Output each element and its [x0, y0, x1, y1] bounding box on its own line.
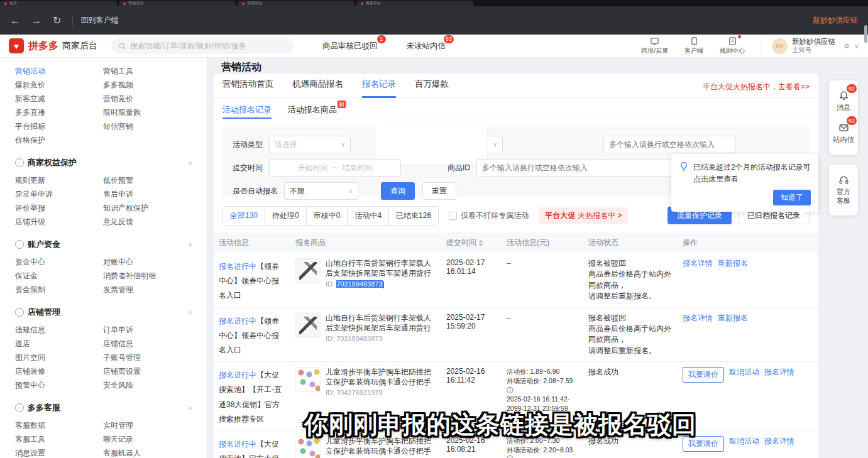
- client-app-link[interactable]: 客户端: [684, 36, 703, 55]
- gear-icon[interactable]: ⚙: [843, 42, 850, 50]
- collapse-icon[interactable]: ∧: [188, 241, 192, 248]
- enrollment-status-link[interactable]: 报名进行中: [219, 317, 256, 325]
- action-取消活动[interactable]: 取消活动: [729, 367, 759, 378]
- sidebar-item-对账中心[interactable]: 对账中心: [103, 257, 177, 268]
- sidebar-item-店铺信息[interactable]: 店铺信息: [103, 339, 177, 349]
- sidebar-item-爆款竞价[interactable]: 爆款竞价: [15, 80, 89, 90]
- sidebar-item-异常单申诉[interactable]: 异常单申诉: [15, 189, 89, 200]
- browser-tab-3[interactable]: 商家后台: [356, 1, 473, 6]
- sidebar-item-退店[interactable]: 退店: [15, 339, 89, 349]
- product-thumbnail[interactable]: [295, 367, 321, 392]
- sidebar-item-评价举报[interactable]: 评价举报: [15, 203, 89, 214]
- sidebar-item-消息设置[interactable]: 消息设置: [15, 448, 89, 458]
- action-报名详情[interactable]: 报名详情: [683, 258, 713, 269]
- auto-enroll-select[interactable]: 不限 ∨: [284, 182, 358, 200]
- pdd-logo[interactable]: ♥: [9, 38, 24, 53]
- action-我要调价[interactable]: 我要调价: [683, 367, 724, 383]
- product-title[interactable]: 山地自行车后货架钢行李架载人后支架快拆尾架后车架通用货行李装备: [326, 258, 436, 279]
- sidebar-group-title[interactable]: ◦账户资金∧: [15, 239, 192, 250]
- sidebar-item-资金中心[interactable]: 资金中心: [15, 257, 89, 268]
- sidebar-item-多多直播[interactable]: 多多直播: [15, 107, 89, 118]
- sidebar-item-营销竞价[interactable]: 营销竞价: [103, 94, 177, 104]
- exclusive-filter[interactable]: 仅看不打烊专属活动: [449, 210, 529, 221]
- sidebar-item-店铺装修[interactable]: 店铺装修: [15, 366, 89, 377]
- sidebar-item-价格保护[interactable]: 价格保护: [15, 135, 89, 146]
- hot-campaign-badge[interactable]: 平台大促火热报名中 >: [539, 207, 628, 224]
- scrollbar-thumb[interactable]: [864, 25, 867, 43]
- sidebar-item-规则更新[interactable]: 规则更新: [15, 175, 89, 186]
- product-thumbnail[interactable]: [295, 313, 321, 338]
- sidebar-item-多多视频[interactable]: 多多视频: [103, 80, 177, 90]
- sidebar-item-营销工具[interactable]: 营销工具: [103, 66, 177, 77]
- search-button[interactable]: 查询: [381, 182, 415, 200]
- sidebar-item-资金限制[interactable]: 资金限制: [15, 285, 89, 295]
- enrollment-status-link[interactable]: 报名进行中: [219, 371, 256, 379]
- reset-button[interactable]: 重置: [422, 182, 456, 200]
- product-title[interactable]: 儿童滑步平衡车护胸车把防撞把立保护套装饰玩偶卡通公仔把手套: [326, 367, 436, 388]
- sidebar-item-营销活动[interactable]: 营销活动: [15, 66, 89, 77]
- crossborder-link[interactable]: 跨境/买菜: [641, 36, 668, 55]
- sidebar-item-售后申诉[interactable]: 售后申诉: [103, 189, 177, 200]
- action-报名详情[interactable]: 报名详情: [764, 436, 794, 447]
- subtab-活动报名商品[interactable]: 活动报名商品新: [288, 104, 337, 119]
- collapse-icon[interactable]: ∧: [188, 160, 192, 166]
- enrollment-status-link[interactable]: 报名进行中: [219, 262, 256, 271]
- sort-icon[interactable]: [478, 240, 483, 246]
- sidebar-item-意见反馈[interactable]: 意见反馈: [103, 217, 177, 227]
- search-input[interactable]: 搜索功能/订单/课程/规则/帮助/服务: [111, 38, 294, 54]
- sidebar-item-店铺页设置[interactable]: 店铺页设置: [103, 366, 177, 377]
- account-menu[interactable]: 新妙 新妙妙供应链 主账号 ⚙ ∨: [760, 37, 859, 55]
- sidebar-item-图片空间[interactable]: 图片空间: [15, 352, 89, 363]
- tab-百万爆款[interactable]: 百万爆款: [415, 79, 449, 98]
- sidebar-item-聊天记录[interactable]: 聊天记录: [103, 434, 177, 445]
- sidebar-item-订单申诉[interactable]: 订单申诉: [103, 325, 177, 335]
- official-support-button[interactable]: 官方 客服: [829, 170, 858, 210]
- rule-center-link[interactable]: 规则中心: [720, 36, 745, 55]
- action-取消活动[interactable]: 取消活动: [729, 436, 759, 447]
- sidebar-item-平台招标[interactable]: 平台招标: [15, 121, 89, 132]
- sidebar-group-title[interactable]: ◦店铺管理∧: [15, 307, 192, 318]
- sidebar-item-安全风险[interactable]: 安全风险: [103, 380, 177, 391]
- tooltip-confirm-button[interactable]: 知道了: [773, 190, 811, 205]
- sidebar-item-知识产权保护[interactable]: 知识产权保护: [103, 203, 177, 214]
- subtab-活动报名记录[interactable]: 活动报名记录: [222, 104, 272, 119]
- action-报名详情[interactable]: 报名详情: [764, 367, 794, 378]
- sidebar-item-客服机器人[interactable]: 客服机器人: [103, 448, 177, 458]
- reload-icon[interactable]: ↻: [53, 14, 61, 26]
- activity-id-input[interactable]: [603, 136, 735, 153]
- back-icon[interactable]: ←: [10, 15, 20, 26]
- sidebar-item-低价预警[interactable]: 低价预警: [103, 175, 177, 186]
- action-重新报名[interactable]: 重新报名: [718, 313, 748, 324]
- tab-报名记录[interactable]: 报名记录: [362, 79, 396, 98]
- promo-link[interactable]: 平台大促火热报名中，去看看>>: [703, 82, 810, 92]
- sidebar-item-违规信息[interactable]: 违规信息: [15, 325, 89, 335]
- chip-全部130[interactable]: 全部130: [223, 207, 265, 225]
- collapse-icon[interactable]: ∧: [188, 309, 192, 315]
- chip-待处理0[interactable]: 待处理0: [265, 207, 307, 225]
- collapse-icon[interactable]: ∧: [188, 405, 192, 411]
- sidebar-item-店铺升级[interactable]: 店铺升级: [15, 217, 89, 227]
- browser-tab-2[interactable]: 营销活动: [238, 1, 354, 6]
- sidebar-group-title[interactable]: ◦多多客服∧: [15, 402, 192, 413]
- browser-tab-0[interactable]: 首页: [0, 1, 117, 6]
- browser-tab-1[interactable]: 营销活动: [119, 1, 236, 6]
- sidebar-group-title[interactable]: ◦商家权益保护∧: [15, 157, 192, 168]
- chip-已结束126[interactable]: 已结束126: [389, 207, 438, 225]
- sidebar-item-子账号管理[interactable]: 子账号管理: [103, 352, 177, 363]
- sidebar-item-新客立减[interactable]: 新客立减: [15, 94, 89, 104]
- product-id-input[interactable]: [476, 159, 684, 177]
- sidebar-item-消费者补偿明细[interactable]: 消费者补偿明细: [103, 271, 177, 281]
- review-rejected-link[interactable]: 商品审核已驳回 1: [322, 41, 378, 52]
- sidebar-item-发票管理[interactable]: 发票管理: [103, 285, 177, 295]
- sidebar-item-客服数据[interactable]: 客服数据: [15, 420, 89, 431]
- activity-type-select[interactable]: 请选择 ∨: [269, 136, 351, 153]
- rail-item-站内信[interactable]: 63站内信: [829, 117, 858, 150]
- unread-inbox-link[interactable]: 未读站内信 63: [407, 41, 446, 52]
- sidebar-item-实时管理[interactable]: 实时管理: [103, 420, 177, 431]
- action-报名详情[interactable]: 报名详情: [683, 313, 713, 324]
- sidebar-item-预警中心[interactable]: 预警中心: [15, 380, 89, 391]
- sidebar-item-保证金[interactable]: 保证金: [15, 271, 89, 281]
- submit-time-range[interactable]: 开始时间 ~ 结束时间: [269, 159, 401, 177]
- forward-icon[interactable]: →: [31, 15, 41, 26]
- sidebar-item-客服工具[interactable]: 客服工具: [15, 434, 89, 445]
